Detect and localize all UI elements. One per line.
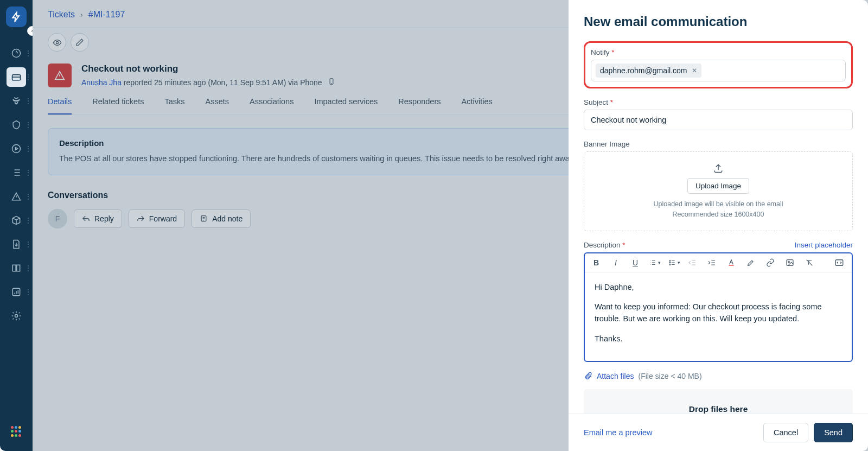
panel-title: New email communication: [584, 14, 853, 29]
chip-text: daphne.rohm@gmail.com: [600, 66, 687, 75]
svg-rect-12: [787, 259, 793, 265]
image-icon[interactable]: [786, 258, 797, 267]
banner-label: Banner Image: [584, 140, 853, 148]
bold-icon[interactable]: B: [590, 258, 602, 267]
svg-point-9: [669, 262, 671, 263]
banner-hint: Uploaded image will be visible on the em…: [595, 199, 841, 220]
email-preview-link[interactable]: Email me a preview: [584, 428, 653, 437]
desc-label: Description *: [584, 241, 626, 249]
ordered-list-icon[interactable]: ▾: [649, 258, 661, 267]
subject-label: Subject *: [584, 98, 853, 106]
upload-image-button[interactable]: Upload Image: [687, 178, 749, 194]
nav-dashboard-icon[interactable]: ⋮: [7, 43, 26, 63]
nav-apps-icon[interactable]: [7, 422, 26, 441]
nav-reports-icon[interactable]: ⋮: [7, 282, 26, 302]
nav-alerts-icon[interactable]: ⋮: [7, 187, 26, 206]
attach-files-link[interactable]: Attach files: [597, 372, 634, 380]
code-view-icon[interactable]: [834, 258, 846, 268]
clear-format-icon[interactable]: [805, 258, 817, 267]
attach-size-hint: (File size < 40 MB): [638, 372, 701, 380]
drop-title: Drop files here: [599, 404, 838, 414]
app-logo[interactable]: [6, 7, 27, 27]
rich-text-editor: B I U ▾ ▾: [584, 252, 853, 363]
italic-icon[interactable]: I: [610, 258, 622, 267]
svg-point-13: [788, 261, 790, 263]
send-button[interactable]: Send: [814, 423, 853, 442]
attach-row: Attach files (File size < 40 MB): [584, 372, 853, 380]
body-line: Want to keep you informed: Our checkout …: [595, 301, 842, 325]
sidebar: ⋮ ⋮ ⋮ ⋮ ⋮ ⋮ ⋮ ⋮: [0, 0, 33, 451]
nav-changes-icon[interactable]: ⋮: [7, 115, 26, 135]
insert-placeholder-link[interactable]: Insert placeholder: [795, 241, 853, 249]
nav-releases-icon[interactable]: ⋮: [7, 139, 26, 158]
svg-point-10: [669, 264, 671, 265]
email-panel: New email communication Notify * daphne.…: [569, 0, 868, 451]
highlight-icon[interactable]: [746, 258, 758, 267]
body-line: Thanks.: [595, 333, 842, 345]
nav-download-icon[interactable]: ⋮: [7, 234, 26, 254]
editor-body[interactable]: Hi Daphne, Want to keep you informed: Ou…: [585, 272, 852, 361]
nav-knowledge-icon[interactable]: ⋮: [7, 258, 26, 278]
nav-list-icon[interactable]: ⋮: [7, 163, 26, 182]
indent-icon[interactable]: [707, 258, 719, 267]
notify-label: Notify *: [591, 48, 846, 56]
svg-point-2: [12, 145, 21, 153]
nav-assets-icon[interactable]: ⋮: [7, 211, 26, 230]
notify-input[interactable]: daphne.rohm@gmail.com ✕: [591, 60, 846, 81]
underline-icon[interactable]: U: [629, 258, 641, 267]
svg-point-0: [12, 49, 21, 58]
subject-input[interactable]: [584, 110, 853, 130]
nav-tickets-icon[interactable]: ⋮: [7, 67, 26, 87]
upload-icon: [713, 163, 724, 174]
svg-point-4: [15, 315, 18, 317]
outdent-icon[interactable]: [688, 258, 700, 267]
svg-rect-11: [729, 265, 733, 265]
notify-chip: daphne.rohm@gmail.com ✕: [596, 63, 701, 78]
svg-rect-14: [835, 259, 843, 265]
remove-chip-icon[interactable]: ✕: [692, 67, 697, 74]
text-color-icon[interactable]: [727, 258, 739, 267]
svg-rect-1: [12, 75, 21, 80]
file-dropzone[interactable]: Drop files here Make sure your file size…: [584, 389, 853, 414]
nav-problems-icon[interactable]: ⋮: [7, 91, 26, 111]
editor-toolbar: B I U ▾ ▾: [585, 253, 852, 272]
link-icon[interactable]: [766, 258, 778, 267]
panel-footer: Email me a preview Cancel Send: [569, 414, 868, 451]
cancel-button[interactable]: Cancel: [763, 423, 808, 442]
svg-point-8: [669, 260, 671, 261]
notify-field-highlight: Notify * daphne.rohm@gmail.com ✕: [584, 41, 853, 88]
nav-settings-icon[interactable]: [7, 306, 26, 326]
body-line: Hi Daphne,: [595, 281, 842, 293]
bullet-list-icon[interactable]: ▾: [668, 258, 680, 267]
banner-dropzone[interactable]: Upload Image Uploaded image will be visi…: [584, 151, 853, 231]
attach-icon: [584, 372, 592, 380]
